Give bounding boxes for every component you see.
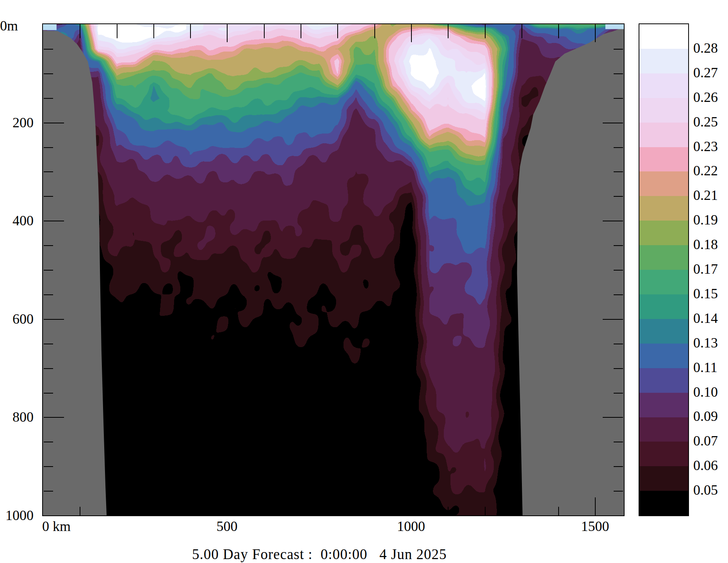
depth-axis-right-tick: [614, 49, 623, 50]
colorbar-band: [639, 393, 688, 417]
depth-axis-surface-label: 0m: [0, 19, 18, 33]
colorbar-band: [639, 147, 688, 172]
x-axis-bottom-tick: [448, 507, 449, 515]
depth-axis-right-tick: [603, 417, 623, 418]
depth-axis-right-tick: [614, 442, 623, 442]
depth-tick-label-200: 200: [1, 116, 34, 130]
depth-axis-left-tick: [44, 491, 53, 492]
colorbar-band: [639, 417, 688, 442]
depth-axis-right-tick: [614, 171, 623, 172]
colorbar-band: [639, 491, 688, 515]
x-axis-top-tick: [337, 24, 338, 38]
colorbar-label-0.07: 0.07: [693, 434, 718, 448]
x-axis-bottom-tick: [522, 507, 522, 515]
depth-axis-right-tick: [614, 270, 623, 271]
depth-axis-right-tick: [603, 123, 623, 123]
colorbar-band: [639, 196, 688, 221]
depth-axis-left-tick: [44, 466, 53, 467]
depth-axis-left-tick: [44, 49, 53, 50]
depth-axis-right-tick: [614, 368, 623, 369]
depth-axis-left-tick: [44, 442, 53, 442]
depth-axis-right-tick: [614, 466, 623, 467]
x-axis-bottom-tick: [153, 507, 154, 515]
colorbar-label-0.19: 0.19: [693, 213, 718, 227]
depth-axis-left-tick: [44, 73, 53, 74]
x-tick-label-1500: 1500: [581, 519, 609, 533]
colorbar-band: [639, 270, 688, 294]
colorbar-label-0.25: 0.25: [693, 115, 718, 129]
x-axis-top-tick: [411, 24, 412, 42]
colorbar-label-0.14: 0.14: [693, 311, 718, 325]
colorbar-label-0.15: 0.15: [693, 287, 718, 301]
colorbar-label-0.21: 0.21: [693, 188, 718, 202]
colorbar-label-0.27: 0.27: [693, 66, 718, 80]
transect-forecast-figure: 26.50 N 97.80 W 26.50 N 82.00 W 0m 20040…: [0, 0, 728, 563]
depth-tick-label-1000: 1000: [1, 508, 34, 522]
x-axis-top-tick: [301, 24, 301, 38]
depth-axis-left-tick: [44, 98, 53, 99]
depth-axis-left-tick: [44, 417, 64, 418]
depth-axis-left-tick: [44, 221, 64, 221]
depth-tick-label-400: 400: [1, 214, 34, 228]
forecast-caption: 5.00 Day Forecast : 0:00:00 4 Jun 2025: [192, 546, 447, 563]
colorbar-label-0.13: 0.13: [693, 336, 718, 350]
depth-axis-right-tick: [603, 319, 623, 320]
depth-axis-left-tick: [44, 393, 53, 394]
x-tick-label-1000: 1000: [397, 519, 425, 533]
depth-axis-right-tick: [614, 98, 623, 99]
x-axis-top-tick: [485, 24, 486, 38]
colorbar-band: [639, 294, 688, 319]
colorbar-label-0.05: 0.05: [693, 483, 718, 497]
x-axis-bottom-tick: [301, 507, 301, 515]
x-axis-top-tick: [153, 24, 154, 38]
colorbar-label-0.18: 0.18: [693, 237, 718, 251]
depth-axis-left-tick: [44, 245, 53, 246]
colorbar-label-0.09: 0.09: [693, 409, 718, 423]
colorbar-band: [639, 49, 688, 73]
colorbar-label-0.17: 0.17: [693, 262, 718, 276]
x-axis-bottom-tick: [80, 507, 80, 515]
colorbar-band: [639, 171, 688, 196]
depth-axis-right-tick: [614, 393, 623, 394]
colorbar-band: [639, 123, 688, 147]
depth-axis-right-tick: [603, 221, 623, 221]
colorbar-label-0.06: 0.06: [693, 458, 718, 472]
x-axis-top-tick: [448, 24, 449, 38]
colorbar-band: [639, 368, 688, 393]
depth-tick-label-800: 800: [1, 410, 34, 424]
depth-axis-left-tick: [44, 270, 53, 271]
x-axis-bottom-tick: [411, 497, 412, 515]
depth-axis-right-tick: [614, 196, 623, 197]
colorbar-band: [639, 466, 688, 491]
colorbar-label-0.10: 0.10: [693, 385, 718, 399]
x-tick-label-0: 0 km: [42, 519, 71, 533]
x-axis-bottom-tick: [337, 507, 338, 515]
x-tick-label-500: 500: [216, 519, 237, 533]
x-axis-top-tick: [595, 24, 596, 42]
depth-axis-left-tick: [44, 147, 53, 148]
x-axis-top-tick: [80, 24, 80, 38]
x-axis-top-tick: [117, 24, 117, 38]
x-axis-bottom-tick: [264, 507, 265, 515]
depth-axis-right-tick: [614, 344, 623, 344]
x-axis-bottom-tick: [374, 507, 375, 515]
x-axis-bottom-tick: [190, 507, 191, 515]
depth-axis-right-tick: [614, 147, 623, 148]
colorbar-band: [639, 98, 688, 123]
depth-axis-left-tick: [44, 368, 53, 369]
colorbar-label-0.23: 0.23: [693, 139, 718, 153]
x-axis-top-tick: [264, 24, 265, 38]
colorbar-band: [639, 344, 688, 368]
depth-axis-right-tick: [614, 294, 623, 295]
x-axis-bottom-tick: [227, 497, 228, 515]
depth-axis-left-tick: [44, 344, 53, 344]
depth-axis-left-tick: [44, 171, 53, 172]
x-axis-top-tick: [227, 24, 228, 42]
depth-axis-left-tick: [44, 294, 53, 295]
depth-axis-right-tick: [614, 491, 623, 492]
depth-axis-left-tick: [44, 123, 64, 123]
colorbar-band: [639, 24, 688, 49]
colorbar-band: [639, 245, 688, 270]
colorbar-label-0.22: 0.22: [693, 164, 718, 178]
colorbar-label-0.26: 0.26: [693, 90, 718, 104]
